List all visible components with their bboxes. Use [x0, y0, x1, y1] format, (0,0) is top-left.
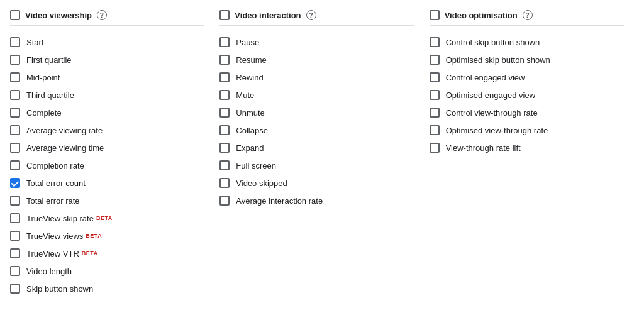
checkbox-avg-viewing-time[interactable]: [10, 143, 20, 153]
column-checkbox-optimisation[interactable]: [430, 10, 440, 20]
checkbox-trueview-skip-rate[interactable]: [10, 213, 20, 223]
row-pause[interactable]: Pause: [219, 33, 414, 51]
label-trueview-vtr: TrueView VTRBETA: [26, 249, 98, 258]
label-avg-viewing-time: Average viewing time: [26, 143, 104, 153]
column-checkbox-interaction[interactable]: [219, 10, 230, 20]
checkbox-video-length[interactable]: [10, 266, 20, 276]
checkbox-completion-rate[interactable]: [10, 160, 20, 170]
checkbox-optimised-engaged-view[interactable]: [430, 90, 440, 100]
checkbox-control-view-through[interactable]: [430, 108, 440, 118]
row-avg-interaction-rate[interactable]: Average interaction rate: [219, 192, 414, 209]
checkbox-optimised-skip-shown[interactable]: [430, 55, 440, 65]
checkbox-third-quartile[interactable]: [10, 90, 20, 100]
row-collapse[interactable]: Collapse: [219, 121, 414, 139]
checkbox-control-engaged-view[interactable]: [430, 72, 440, 82]
help-icon-interaction[interactable]: ?: [306, 10, 316, 20]
row-control-view-through[interactable]: Control view-through rate: [430, 104, 624, 121]
row-video-skipped[interactable]: Video skipped: [219, 174, 414, 192]
checkbox-unmute[interactable]: [219, 108, 230, 118]
checkbox-trueview-views[interactable]: [10, 231, 20, 241]
row-total-error-count[interactable]: Total error count: [10, 174, 204, 192]
row-complete[interactable]: Complete: [10, 104, 204, 121]
row-trueview-views[interactable]: TrueView viewsBETA: [10, 227, 204, 245]
row-skip-button-shown[interactable]: Skip button shown: [10, 280, 204, 297]
row-optimised-skip-shown[interactable]: Optimised skip button shown: [430, 51, 624, 69]
label-complete: Complete: [26, 108, 62, 118]
checkbox-control-skip-shown[interactable]: [430, 37, 440, 47]
label-mute: Mute: [236, 91, 254, 100]
checkbox-total-error-count[interactable]: [10, 178, 20, 188]
column-header-viewership: Video viewership?: [10, 10, 204, 26]
label-control-skip-shown: Control skip button shown: [446, 38, 540, 47]
help-icon-viewership[interactable]: ?: [97, 10, 107, 20]
checkbox-video-skipped[interactable]: [219, 178, 230, 188]
checkbox-mute[interactable]: [219, 90, 230, 100]
beta-badge-trueview-skip-rate: BETA: [96, 215, 113, 221]
row-first-quartile[interactable]: First quartile: [10, 51, 204, 69]
label-video-skipped: Video skipped: [236, 179, 287, 188]
help-icon-optimisation[interactable]: ?: [523, 10, 533, 20]
label-pause: Pause: [236, 38, 259, 47]
label-third-quartile: Third quartile: [26, 91, 74, 100]
checkbox-full-screen[interactable]: [219, 160, 230, 170]
label-total-error-rate: Total error rate: [26, 196, 80, 206]
checkbox-avg-interaction-rate[interactable]: [219, 196, 230, 206]
row-rewind[interactable]: Rewind: [219, 69, 414, 86]
checkbox-complete[interactable]: [10, 108, 20, 118]
row-avg-viewing-rate[interactable]: Average viewing rate: [10, 121, 204, 139]
label-optimised-view-through: Optimised view-through rate: [446, 126, 548, 135]
checkbox-start[interactable]: [10, 37, 20, 47]
label-avg-viewing-rate: Average viewing rate: [26, 126, 103, 135]
column-interaction: Video interaction?PauseResumeRewindMuteU…: [219, 10, 429, 297]
checkbox-trueview-vtr[interactable]: [10, 248, 20, 258]
checkbox-optimised-view-through[interactable]: [430, 125, 440, 135]
row-video-length[interactable]: Video length: [10, 262, 204, 280]
row-control-skip-shown[interactable]: Control skip button shown: [430, 33, 624, 51]
checkbox-rewind[interactable]: [219, 72, 230, 82]
checkbox-mid-point[interactable]: [10, 72, 20, 82]
checkbox-avg-viewing-rate[interactable]: [10, 125, 20, 135]
row-unmute[interactable]: Unmute: [219, 104, 414, 121]
column-title-viewership: Video viewership: [25, 11, 92, 20]
row-mute[interactable]: Mute: [219, 86, 414, 104]
row-start[interactable]: Start: [10, 33, 204, 51]
checkbox-resume[interactable]: [219, 55, 230, 65]
row-full-screen[interactable]: Full screen: [219, 157, 414, 174]
checkbox-view-through-lift[interactable]: [430, 143, 440, 153]
column-title-optimisation: Video optimisation: [445, 11, 518, 20]
beta-badge-trueview-vtr: BETA: [82, 250, 98, 257]
label-expand: Expand: [236, 143, 264, 153]
label-trueview-skip-rate: TrueView skip rateBETA: [26, 214, 113, 223]
row-resume[interactable]: Resume: [219, 51, 414, 69]
checkbox-collapse[interactable]: [219, 125, 230, 135]
checkbox-first-quartile[interactable]: [10, 55, 20, 65]
checkbox-skip-button-shown[interactable]: [10, 284, 20, 294]
row-expand[interactable]: Expand: [219, 139, 414, 157]
label-collapse: Collapse: [236, 126, 268, 135]
row-avg-viewing-time[interactable]: Average viewing time: [10, 139, 204, 157]
column-title-interaction: Video interaction: [235, 11, 301, 20]
columns-container: Video viewership?StartFirst quartileMid-…: [10, 10, 639, 297]
row-mid-point[interactable]: Mid-point: [10, 69, 204, 86]
row-view-through-lift[interactable]: View-through rate lift: [430, 139, 624, 157]
label-mid-point: Mid-point: [26, 73, 60, 82]
label-resume: Resume: [236, 55, 266, 65]
row-optimised-engaged-view[interactable]: Optimised engaged view: [430, 86, 624, 104]
row-completion-rate[interactable]: Completion rate: [10, 157, 204, 174]
checkbox-expand[interactable]: [219, 143, 230, 153]
row-total-error-rate[interactable]: Total error rate: [10, 192, 204, 209]
checkbox-pause[interactable]: [219, 37, 230, 47]
label-first-quartile: First quartile: [26, 55, 72, 65]
row-third-quartile[interactable]: Third quartile: [10, 86, 204, 104]
label-optimised-skip-shown: Optimised skip button shown: [446, 55, 550, 65]
column-checkbox-viewership[interactable]: [10, 10, 20, 20]
label-trueview-views: TrueView viewsBETA: [26, 231, 102, 241]
label-rewind: Rewind: [236, 73, 263, 82]
row-trueview-skip-rate[interactable]: TrueView skip rateBETA: [10, 209, 204, 227]
label-control-view-through: Control view-through rate: [446, 108, 538, 118]
row-trueview-vtr[interactable]: TrueView VTRBETA: [10, 245, 204, 262]
row-control-engaged-view[interactable]: Control engaged view: [430, 69, 624, 86]
label-full-screen: Full screen: [236, 161, 276, 170]
row-optimised-view-through[interactable]: Optimised view-through rate: [430, 121, 624, 139]
checkbox-total-error-rate[interactable]: [10, 196, 20, 206]
